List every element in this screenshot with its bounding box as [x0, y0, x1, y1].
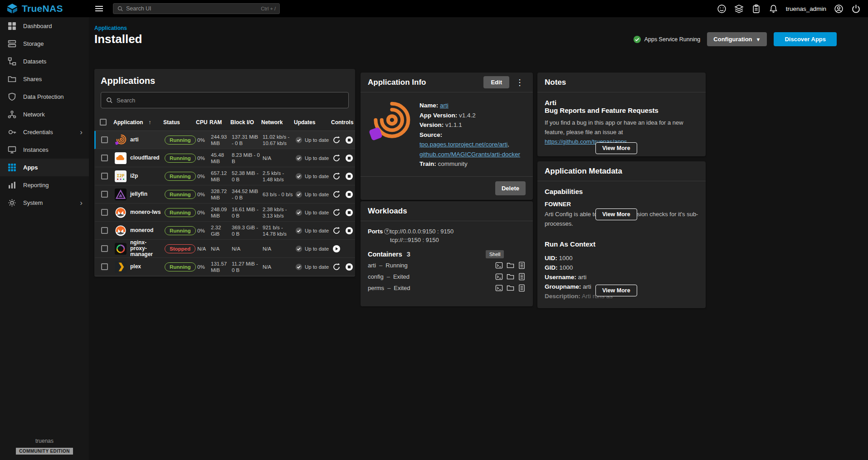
restart-button[interactable]: [332, 208, 341, 217]
block-io-value: 8.23 MiB - 0 B: [232, 152, 263, 165]
col-block-io[interactable]: Block I/O: [230, 119, 261, 126]
container-row: config – Exited: [361, 271, 533, 282]
sidebar-item-dashboard[interactable]: Dashboard ›: [0, 17, 89, 35]
row-checkbox[interactable]: [101, 173, 108, 179]
source-link[interactable]: tpo.pages.torproject.net/core/arti: [419, 141, 507, 148]
table-row[interactable]: jellyfin Running 0% 328.72 MiB 344.52 Mi…: [94, 185, 355, 203]
sidebar-item-data-protection[interactable]: Data Protection ›: [0, 88, 89, 106]
power-icon[interactable]: [851, 4, 861, 14]
sidebar-item-instances[interactable]: Instances ›: [0, 141, 89, 159]
row-checkbox[interactable]: [101, 245, 108, 252]
dashboard-icon: [8, 22, 16, 30]
col-cpu[interactable]: CPU: [196, 119, 210, 126]
stop-button[interactable]: [345, 136, 353, 144]
table-row[interactable]: nginx-proxy-manager Stopped N/A N/A N/A …: [94, 240, 355, 258]
truenas-logo[interactable]: TrueNAS: [0, 3, 89, 14]
stop-button[interactable]: [345, 208, 353, 217]
restart-button[interactable]: [332, 227, 341, 235]
table-row[interactable]: monero-lws Running 0% 248.09 MiB 16.61 M…: [94, 203, 355, 222]
hamburger-menu-icon[interactable]: [95, 5, 103, 13]
sidebar-item-network[interactable]: Network ›: [0, 106, 89, 123]
sidebar-item-datasets[interactable]: Datasets ›: [0, 53, 89, 70]
row-checkbox[interactable]: [101, 263, 108, 270]
row-checkbox[interactable]: [101, 191, 108, 198]
sidebar-item-system[interactable]: System ›: [0, 194, 89, 212]
arti-app-icon: [115, 134, 127, 146]
checklist-icon[interactable]: [751, 4, 761, 14]
jobs-stack-icon[interactable]: [734, 4, 744, 14]
run-as-view-more-button[interactable]: View More: [595, 285, 637, 296]
sidebar-item-credentials[interactable]: Credentials ›: [0, 123, 89, 141]
sidebar-item-shares[interactable]: Shares ›: [0, 70, 89, 88]
stop-button[interactable]: [345, 190, 353, 199]
play-button[interactable]: [332, 245, 341, 253]
col-network[interactable]: Network: [261, 119, 294, 126]
browse-folder-button[interactable]: [507, 273, 514, 281]
source-link[interactable]: github.com/MAGICGrants/arti-docker: [419, 151, 520, 158]
row-checkbox[interactable]: [101, 155, 108, 161]
stop-button[interactable]: [345, 227, 353, 235]
browse-folder-button[interactable]: [507, 261, 514, 269]
container-state: Exited: [394, 285, 410, 291]
col-application[interactable]: Application↑: [113, 119, 163, 126]
shell-button[interactable]: [495, 261, 503, 269]
row-checkbox[interactable]: [101, 136, 108, 143]
header-actions: Apps Service Running Configuration▼ Disc…: [633, 32, 837, 46]
ports-help-icon[interactable]: ?: [384, 228, 390, 234]
up-to-date-check-icon: [295, 191, 302, 198]
col-updates[interactable]: Updates: [294, 119, 331, 126]
ram-value: 328.72 MiB: [211, 188, 232, 201]
global-search-input[interactable]: [126, 5, 261, 12]
ram-value: 45.48 MiB: [211, 152, 232, 165]
capabilities-view-more-button[interactable]: View More: [595, 208, 637, 220]
breadcrumb[interactable]: Applications: [94, 25, 127, 31]
restart-button[interactable]: [332, 190, 341, 199]
global-search[interactable]: Ctrl + /: [113, 3, 280, 14]
chevron-right-icon: ›: [80, 199, 83, 207]
shell-button[interactable]: [495, 273, 503, 281]
stop-button[interactable]: [345, 154, 353, 162]
row-checkbox[interactable]: [101, 227, 108, 234]
view-logs-button[interactable]: [518, 261, 526, 269]
browse-folder-button[interactable]: [507, 284, 514, 292]
storage-icon: [8, 39, 16, 48]
app-name-link[interactable]: arti: [440, 102, 449, 109]
kebab-menu-icon[interactable]: ⋮: [514, 77, 526, 87]
apps-search-input[interactable]: [117, 97, 344, 104]
restart-button[interactable]: [332, 263, 341, 271]
user-account-icon[interactable]: [834, 4, 844, 14]
row-checkbox[interactable]: [101, 209, 108, 216]
sidebar-item-storage[interactable]: Storage ›: [0, 35, 89, 53]
reporting-icon: [8, 181, 16, 189]
sidebar-item-label: System: [23, 199, 43, 206]
view-logs-button[interactable]: [518, 284, 526, 292]
up-to-date-check-icon: [295, 227, 302, 234]
apps-search[interactable]: [101, 92, 349, 108]
shell-button[interactable]: [495, 284, 503, 292]
edit-button[interactable]: Edit: [483, 76, 509, 88]
configuration-button[interactable]: Configuration▼: [707, 32, 767, 46]
table-row[interactable]: arti Running 0% 244.93 MiB 137.31 MiB - …: [94, 131, 355, 149]
table-row[interactable]: plex Running 0% 131.57 MiB 11.27 MiB - 0…: [94, 258, 355, 276]
table-row[interactable]: I2P i2p Running 0% 657.12 MiB 52.38 MiB …: [94, 167, 355, 185]
search-icon: [106, 97, 113, 104]
stop-button[interactable]: [345, 263, 353, 271]
discover-apps-button[interactable]: Discover Apps: [774, 32, 837, 46]
shell-tooltip: Shell: [486, 250, 504, 258]
restart-button[interactable]: [332, 172, 341, 180]
col-ram[interactable]: RAM: [210, 119, 230, 126]
sidebar-item-apps[interactable]: Apps ›: [0, 159, 89, 176]
view-logs-button[interactable]: [518, 273, 526, 281]
stop-button[interactable]: [345, 172, 353, 180]
restart-button[interactable]: [332, 136, 341, 144]
notifications-bell-icon[interactable]: [769, 4, 778, 14]
col-status[interactable]: Status: [163, 119, 196, 126]
sidebar-item-reporting[interactable]: Reporting ›: [0, 176, 89, 194]
select-all-checkbox[interactable]: [100, 119, 107, 126]
notes-view-more-button[interactable]: View More: [595, 142, 637, 154]
restart-button[interactable]: [332, 154, 341, 162]
table-row[interactable]: cloudflared Running 0% 45.48 MiB 8.23 Mi…: [94, 149, 355, 167]
delete-button[interactable]: Delete: [495, 181, 526, 195]
feedback-icon[interactable]: [717, 4, 727, 14]
table-row[interactable]: monerod Running 0% 2.32 GiB 369.3 GiB - …: [94, 222, 355, 240]
